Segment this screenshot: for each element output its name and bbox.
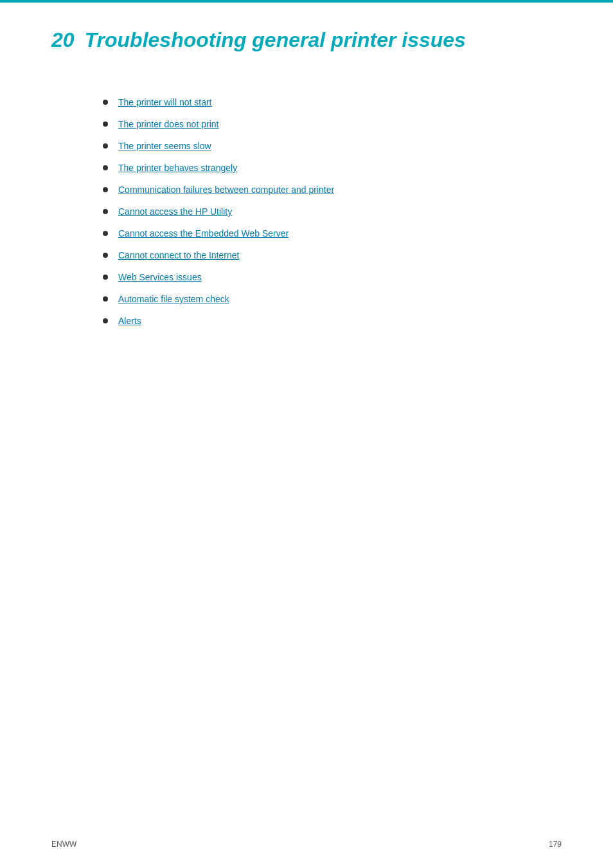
item-10-link[interactable]: Automatic file system check [118, 294, 229, 304]
list-item: The printer will not start [103, 97, 562, 107]
item-11-link[interactable]: Alerts [118, 316, 141, 326]
list-item: Cannot connect to the Internet [103, 250, 562, 260]
chapter-header: 20 Troubleshooting general printer issue… [51, 28, 562, 59]
bullet-icon [103, 253, 108, 258]
bullet-icon [103, 209, 108, 214]
bullet-icon [103, 231, 108, 236]
bullet-icon [103, 165, 108, 170]
item-1-link[interactable]: The printer will not start [118, 97, 212, 107]
item-6-link[interactable]: Cannot access the HP Utility [118, 206, 232, 217]
item-2-link[interactable]: The printer does not print [118, 119, 218, 129]
bullet-icon [103, 296, 108, 302]
bullet-icon [103, 275, 108, 280]
list-item: The printer does not print [103, 119, 562, 129]
list-item: Web Services issues [103, 272, 562, 282]
list-item: The printer behaves strangely [103, 163, 562, 173]
item-7-link[interactable]: Cannot access the Embedded Web Server [118, 228, 289, 239]
list-item: Automatic file system check [103, 294, 562, 304]
list-item: Cannot access the HP Utility [103, 206, 562, 217]
bullet-icon [103, 100, 108, 105]
item-4-link[interactable]: The printer behaves strangely [118, 163, 237, 173]
bullet-icon [103, 122, 108, 127]
item-5-link[interactable]: Communication failures between computer … [118, 185, 334, 195]
page-container: 20 Troubleshooting general printer issue… [0, 3, 613, 376]
item-9-link[interactable]: Web Services issues [118, 272, 202, 282]
list-item: The printer seems slow [103, 141, 562, 151]
list-item: Communication failures between computer … [103, 185, 562, 195]
list-item: Cannot access the Embedded Web Server [103, 228, 562, 239]
bullet-icon [103, 143, 108, 149]
item-8-link[interactable]: Cannot connect to the Internet [118, 250, 239, 260]
bullet-icon [103, 187, 108, 192]
footer: ENWW 179 [51, 840, 562, 849]
bullet-icon [103, 318, 108, 323]
chapter-number: 20 [51, 28, 75, 52]
footer-right: 179 [549, 840, 562, 849]
item-3-link[interactable]: The printer seems slow [118, 141, 211, 151]
chapter-title: Troubleshooting general printer issues [85, 28, 466, 52]
footer-left: ENWW [51, 840, 76, 849]
toc-list: The printer will not startThe printer do… [103, 97, 562, 326]
list-item: Alerts [103, 316, 562, 326]
